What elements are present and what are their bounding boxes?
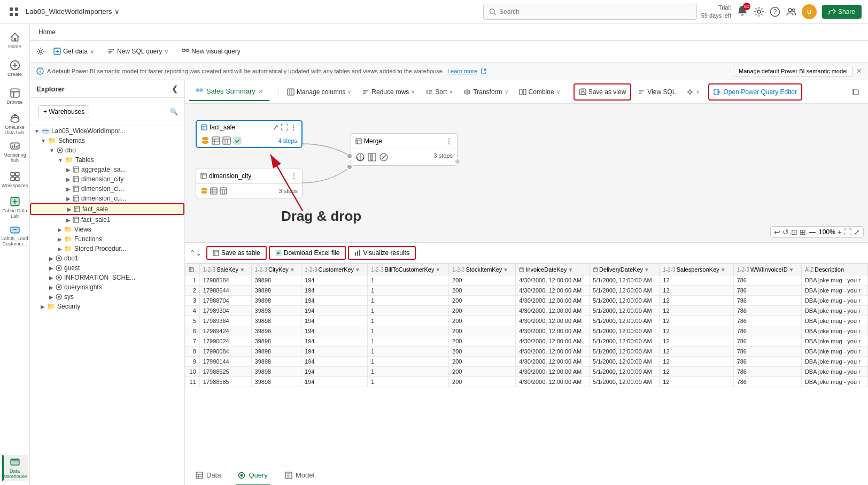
fit-button[interactable]: ⊡ bbox=[791, 228, 797, 236]
manage-semantic-model-button[interactable]: Manage default Power BI semantic model bbox=[734, 66, 852, 76]
th-billtocustomerkey[interactable]: 1-2-3 BillToCustomerKey ▼ bbox=[368, 264, 449, 275]
merge-menu[interactable]: ⋮ bbox=[445, 137, 453, 145]
nav-item-monitoring[interactable]: Monitoring hub bbox=[2, 139, 28, 165]
shrink-button[interactable]: ⛶ bbox=[844, 228, 851, 236]
nav-item-browse[interactable]: Browse bbox=[2, 83, 28, 109]
merge-node[interactable]: Merge ⋮ bbox=[351, 133, 458, 166]
tree-item-fact-sale1[interactable]: ▶ fact_sale1 bbox=[30, 215, 184, 225]
node-expand-icon[interactable]: ⛶ bbox=[281, 123, 288, 132]
data-table-container[interactable]: 1-2-3 SaleKey ▼ 1-2-3 CityKey ▼ 1-2-3 Cu… bbox=[185, 264, 868, 466]
info-close-button[interactable]: × bbox=[857, 66, 862, 76]
tree-item-fact-sale[interactable]: ▶ fact_sale bbox=[30, 203, 184, 215]
reduce-rows-button[interactable]: Reduce rows ∨ bbox=[358, 83, 419, 101]
nav-item-workspaces[interactable]: Workspaces bbox=[2, 167, 28, 193]
share-people-icon[interactable] bbox=[786, 6, 796, 17]
new-visual-query-button[interactable]: New visual query bbox=[177, 43, 244, 60]
tree-item-dimension-city[interactable]: ▶ dimension_city bbox=[30, 174, 184, 184]
notification-button[interactable]: 60 bbox=[737, 5, 748, 18]
fullscreen-button[interactable]: ⤢ bbox=[854, 228, 860, 236]
tree-item-tables[interactable]: ▼ 📁 Tables bbox=[30, 155, 184, 165]
tree-item-guest[interactable]: ▶ guest bbox=[30, 263, 184, 273]
share-button[interactable]: Share bbox=[822, 5, 862, 19]
combine-button[interactable]: Combine ∨ bbox=[515, 83, 564, 101]
tree-item-dimension-cu[interactable]: ▶ dimension_cu... bbox=[30, 194, 184, 203]
save-as-view-button[interactable]: Save as view bbox=[574, 83, 632, 101]
user-avatar[interactable]: U bbox=[802, 4, 817, 19]
tree-item-stored-procedures[interactable]: ▶ 📁 Stored Procedur... bbox=[30, 244, 184, 253]
node-menu-icon[interactable]: ⋮ bbox=[290, 123, 297, 132]
cell-billtocustomerkey: 1 bbox=[368, 275, 449, 286]
open-power-query-button[interactable]: Open Power Query Editor bbox=[708, 83, 802, 101]
tree-item-sys[interactable]: ▶ sys bbox=[30, 292, 184, 302]
node2-menu[interactable]: ⋮ bbox=[290, 172, 298, 180]
node-share-icon[interactable]: ⤢ bbox=[273, 123, 279, 132]
tree-item-info-schema[interactable]: ▶ INFORMATION_SCHE... bbox=[30, 273, 184, 282]
tree-item-schemas[interactable]: ▼ 📁 Schemas bbox=[30, 136, 184, 145]
th-invoicedatekey[interactable]: InvoiceDateKey ▼ bbox=[516, 264, 590, 275]
fact-sale-node[interactable]: fact_sale ⤢ ⛶ ⋮ bbox=[196, 120, 303, 148]
tree-item-aggregate-sa[interactable]: ▶ aggregate_sa... bbox=[30, 165, 184, 174]
save-as-table-button[interactable]: Save as table bbox=[206, 246, 267, 260]
th-salekey[interactable]: 1-2-3 SaleKey ▼ bbox=[199, 264, 251, 275]
toolbar-settings-icon[interactable] bbox=[36, 47, 45, 56]
settings-dropdown-button[interactable]: ∨ bbox=[682, 83, 704, 101]
nav-item-create[interactable]: Create bbox=[2, 56, 28, 81]
nav-item-fabric[interactable]: Fabric Data Lab bbox=[2, 195, 28, 220]
tree-item-functions[interactable]: ▶ 📁 Functions bbox=[30, 234, 184, 244]
visualize-results-button[interactable]: Visualize results bbox=[348, 246, 415, 260]
tree-item-root[interactable]: ▼ Lab05_WideWorldImpor... bbox=[30, 126, 184, 136]
copy-button[interactable] bbox=[848, 83, 864, 101]
dimension-city-node[interactable]: dimension_city ⋮ bbox=[196, 168, 303, 198]
zoom-in-button[interactable]: + bbox=[838, 228, 842, 236]
workspace-label[interactable]: Lab05_WideWorldImporters ∨ bbox=[26, 7, 120, 16]
expand-collapse-button[interactable]: ⌃⌄ bbox=[189, 249, 202, 257]
search-bar[interactable] bbox=[483, 4, 697, 20]
nav-item-home[interactable]: Home bbox=[2, 28, 28, 53]
layout-button[interactable]: ⊞ bbox=[800, 228, 806, 236]
learn-more-link[interactable]: Learn more bbox=[447, 68, 477, 74]
bottom-tab-data[interactable]: Data bbox=[193, 466, 223, 486]
bottom-tab-query[interactable]: Query bbox=[236, 466, 269, 486]
search-input[interactable] bbox=[499, 8, 691, 16]
new-sql-query-button[interactable]: New SQL query ∨ bbox=[103, 43, 173, 60]
nav-item-lab05[interactable]: Lab05_Load Customer... bbox=[2, 222, 28, 248]
tree-item-dbo[interactable]: ▼ dbo bbox=[30, 145, 184, 155]
th-customerkey[interactable]: 1-2-3 CustomerKey ▼ bbox=[301, 264, 368, 275]
th-citykey[interactable]: 1-2-3 CityKey ▼ bbox=[251, 264, 301, 275]
grid-icon[interactable] bbox=[6, 4, 21, 19]
sort-button[interactable]: Sort ∨ bbox=[421, 83, 457, 101]
undo-button[interactable]: ↩ bbox=[774, 228, 780, 236]
tree-item-dbo1[interactable]: ▶ dbo1 bbox=[30, 253, 184, 263]
add-warehouses-button[interactable]: + Warehouses bbox=[38, 105, 89, 118]
tab-close-button[interactable]: × bbox=[259, 87, 263, 96]
cell-salekey: 17989364 bbox=[199, 316, 251, 326]
nav-item-onelake[interactable]: OneLake data hub bbox=[2, 111, 28, 137]
settings-icon[interactable] bbox=[754, 6, 764, 17]
download-excel-button[interactable]: Download Excel file bbox=[269, 246, 346, 260]
help-icon[interactable]: ? bbox=[770, 6, 780, 17]
explorer-search-button[interactable]: 🔍 bbox=[168, 106, 180, 118]
th-description[interactable]: A-Z Description bbox=[801, 264, 867, 275]
transform-button[interactable]: Transform ∨ bbox=[459, 83, 512, 101]
explorer-collapse-button[interactable]: ❮ bbox=[172, 84, 178, 93]
th-stockitemkey[interactable]: 1-2-3 StockItemKey ▼ bbox=[449, 264, 516, 275]
tree-item-views[interactable]: ▶ 📁 Views bbox=[30, 225, 184, 234]
view-sql-button[interactable]: View SQL bbox=[633, 83, 680, 101]
manage-columns-button[interactable]: Manage columns ∨ bbox=[283, 83, 355, 101]
th-wwiiinvoiceid[interactable]: 1-2-3 WWIInvoiceID ▼ bbox=[733, 264, 801, 275]
tree-item-queryinsights[interactable]: ▶ queryinsights bbox=[30, 282, 184, 292]
get-data-button[interactable]: Get data ∨ bbox=[49, 43, 99, 60]
th-salespersonkey[interactable]: 1-2-3 SalespersonKey ▼ bbox=[660, 264, 733, 275]
query-canvas[interactable]: fact_sale ⤢ ⛶ ⋮ bbox=[185, 104, 868, 243]
bottom-tab-bar: Data Query Model bbox=[185, 466, 868, 485]
th-deliverydatekey[interactable]: DeliveryDateKey ▼ bbox=[590, 264, 660, 275]
bottom-tab-model[interactable]: Model bbox=[283, 466, 316, 486]
results-area: ⌃⌄ Save as table bbox=[185, 243, 868, 466]
refresh-button[interactable]: ↺ bbox=[782, 228, 789, 236]
nav-item-datawarehouse[interactable]: Data Warehouse bbox=[2, 455, 28, 481]
tree-item-dimension-ci[interactable]: ▶ dimension_ci... bbox=[30, 184, 184, 194]
tree-item-security[interactable]: ▶ 📁 Security bbox=[30, 302, 184, 311]
tab-sales-summary[interactable]: Sales Summary × bbox=[189, 83, 269, 101]
explorer-header: Explorer ❮ bbox=[30, 80, 184, 98]
cell-wwiinvoiceid: 786 bbox=[733, 357, 801, 367]
